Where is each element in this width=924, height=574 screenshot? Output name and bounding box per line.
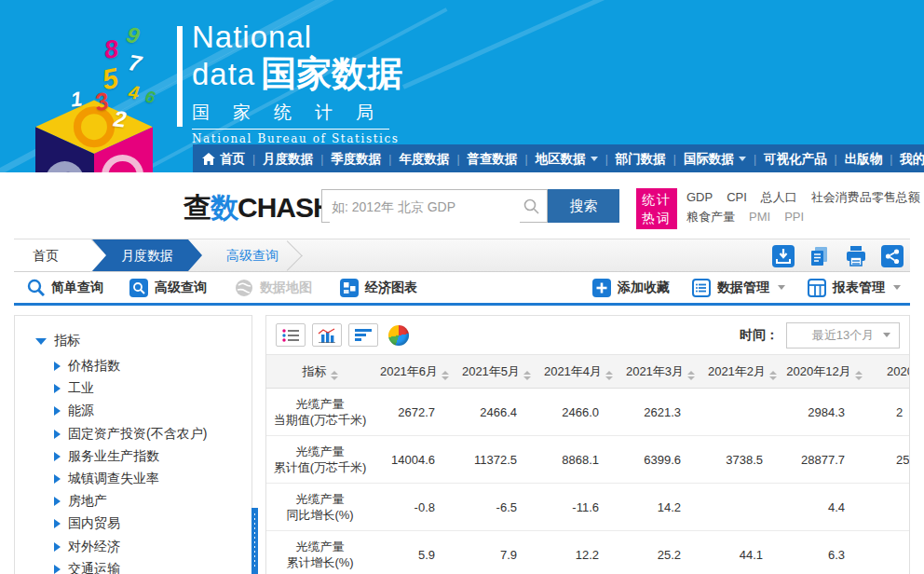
add-favorite-button[interactable]: 添加收藏 — [592, 279, 670, 297]
map-icon — [235, 279, 253, 297]
hot-word-gdp[interactable]: GDP — [686, 187, 713, 207]
pie-chart-view-button[interactable] — [388, 325, 409, 346]
panel-resize-handle[interactable] — [251, 508, 258, 574]
table-row: 光缆产量当期值(万芯千米) 2672.7 2466.4 2466.0 2621.… — [266, 389, 910, 436]
nav-item-favorites[interactable]: 我的收藏 — [900, 151, 924, 168]
column-header-2020-12[interactable]: 2020年12月 — [783, 355, 865, 389]
table-row: 光缆产量同比增长(%) -0.8 -6.5 -11.6 14.2 4.4 — [266, 484, 910, 531]
cell-value: 7.9 — [455, 531, 537, 574]
bar-chart-view-button[interactable] — [312, 323, 342, 347]
cell-value: 3738.5 — [701, 436, 783, 484]
advanced-query-button[interactable]: 高级查询 — [129, 279, 207, 297]
logo-digit: 8 — [102, 34, 120, 65]
column-header-2021-03[interactable]: 2021年3月 — [619, 355, 701, 389]
tree-item-energy[interactable]: 能源 — [54, 400, 251, 422]
download-icon[interactable] — [771, 244, 795, 268]
economic-charts-button[interactable]: 经济图表 — [340, 279, 417, 297]
breadcrumb-monthly-tab[interactable]: 月度数据 — [92, 239, 202, 271]
nav-item-home[interactable]: 首页 — [202, 151, 245, 168]
cell-value: -0.8 — [374, 484, 455, 531]
cell-value: 2984.3 — [783, 389, 865, 436]
search-outline-icon — [27, 279, 45, 296]
print-icon[interactable] — [844, 244, 868, 268]
nav-item-monthly[interactable]: 月度数据 — [263, 151, 313, 168]
column-header-2021-04[interactable]: 2021年4月 — [537, 355, 619, 389]
hot-word-ppi[interactable]: PPI — [784, 207, 804, 226]
breadcrumb-advanced-query[interactable]: 高级查询 — [226, 239, 279, 271]
data-table-panel: 时间： 最近13个月 指标 2021年6月 2021年5月 2021年4月 20… — [265, 315, 910, 574]
hot-word-cpi[interactable]: CPI — [727, 187, 747, 207]
nav-item-regional[interactable]: 地区数据 — [536, 151, 598, 168]
column-header-2020-truncated[interactable]: 2020年 — [865, 355, 910, 389]
breadcrumb-home-tab[interactable]: 首页 — [14, 239, 92, 271]
cell-value: -6.5 — [455, 484, 537, 531]
tree-root-indicator[interactable]: 指标 — [35, 333, 251, 349]
triangle-right-icon — [54, 497, 61, 506]
tree-item-unemployment[interactable]: 城镇调查失业率 — [54, 468, 251, 490]
cell-value: 2 — [865, 389, 910, 436]
hot-word-population[interactable]: 总人口 — [761, 187, 797, 207]
simple-query-button[interactable]: 简单查询 — [27, 279, 103, 296]
triangle-right-icon — [54, 430, 61, 439]
hot-word-retail[interactable]: 社会消费品零售总额 — [811, 187, 920, 207]
tree-item-transport[interactable]: 交通运输 — [54, 558, 251, 574]
nav-item-publications[interactable]: 出版物 — [845, 151, 883, 168]
indicator-data-table: 指标 2021年6月 2021年5月 2021年4月 2021年3月 2021年… — [266, 354, 910, 574]
nav-item-international[interactable]: 国际数据 — [684, 151, 746, 168]
cell-value — [865, 531, 910, 574]
copy-icon[interactable] — [808, 244, 832, 268]
tree-item-price-index[interactable]: 价格指数 — [54, 355, 251, 377]
nav-item-department[interactable]: 部门数据 — [616, 151, 666, 168]
hot-words: GDP CPI 总人口 社会消费品零售总额 粮食产量 PMI PPI — [686, 187, 920, 226]
nav-item-quarterly[interactable]: 季度数据 — [331, 151, 381, 168]
nav-item-annual[interactable]: 年度数据 — [399, 151, 449, 168]
tree-item-services-index[interactable]: 服务业生产指数 — [54, 445, 251, 468]
tree-item-foreign-economy[interactable]: 对外经济 — [54, 536, 251, 558]
cell-value: 2672.7 — [374, 389, 455, 436]
indicator-name: 光缆产量同比增长(%) — [266, 484, 374, 531]
table-row: 光缆产量累计增长(%) 5.9 7.9 12.2 25.2 44.1 6.3 — [266, 531, 910, 574]
cell-value — [865, 484, 910, 531]
triangle-right-icon — [54, 519, 61, 528]
horizontal-bars-icon — [354, 328, 373, 342]
sort-icon — [605, 371, 613, 380]
hot-word-grain[interactable]: 粮食产量 — [686, 207, 735, 226]
site-brand: National data 国家数据 国家统计局 National Bureau… — [177, 20, 402, 145]
nav-item-census[interactable]: 普查数据 — [468, 151, 518, 168]
data-map-button[interactable]: 数据地图 — [235, 279, 312, 297]
tree-item-fixed-assets[interactable]: 固定资产投资(不含农户) — [54, 423, 251, 445]
data-manage-button[interactable]: 数据管理 — [692, 279, 785, 297]
column-header-2021-02[interactable]: 2021年2月 — [701, 355, 783, 389]
logo-digit: 9 — [124, 21, 143, 49]
tree-item-real-estate[interactable]: 房地产 — [54, 490, 251, 512]
hot-word-pmi[interactable]: PMI — [749, 207, 770, 226]
search-button[interactable]: 搜索 — [548, 189, 619, 223]
share-icon[interactable] — [880, 244, 904, 268]
cell-value: 14.2 — [619, 484, 701, 531]
hot-words-badge: 统计 热词 — [636, 188, 677, 229]
chevron-down-icon — [893, 285, 901, 290]
triangle-right-icon — [54, 452, 61, 461]
table-row: 光缆产量累计值(万芯千米) 14004.6 11372.5 8868.1 639… — [266, 436, 910, 484]
chart-grid-icon — [340, 279, 359, 297]
report-manage-button[interactable]: 报表管理 — [808, 279, 901, 297]
indicator-name: 光缆产量当期值(万芯千米) — [266, 389, 374, 436]
list-view-icon — [281, 328, 300, 342]
cell-value: 6.3 — [783, 531, 865, 574]
column-header-2021-06[interactable]: 2021年6月 — [374, 355, 455, 389]
hbar-view-button[interactable] — [348, 323, 378, 347]
column-header-2021-05[interactable]: 2021年5月 — [455, 355, 537, 389]
search-icon — [523, 198, 539, 214]
column-header-indicator[interactable]: 指标 — [266, 355, 374, 389]
cell-value: 14004.6 — [374, 436, 455, 484]
tree-item-industry[interactable]: 工业 — [54, 377, 251, 400]
home-icon — [202, 153, 215, 165]
search-input[interactable] — [330, 191, 520, 223]
tree-item-domestic-trade[interactable]: 国内贸易 — [54, 512, 251, 535]
time-range-dropdown[interactable]: 最近13个月 — [786, 322, 900, 348]
triangle-down-icon — [35, 338, 47, 345]
nav-item-visualization[interactable]: 可视化产品 — [764, 151, 827, 168]
cell-value: 12.2 — [537, 531, 619, 574]
table-header-row: 指标 2021年6月 2021年5月 2021年4月 2021年3月 2021年… — [266, 355, 910, 389]
list-view-button[interactable] — [276, 323, 306, 347]
